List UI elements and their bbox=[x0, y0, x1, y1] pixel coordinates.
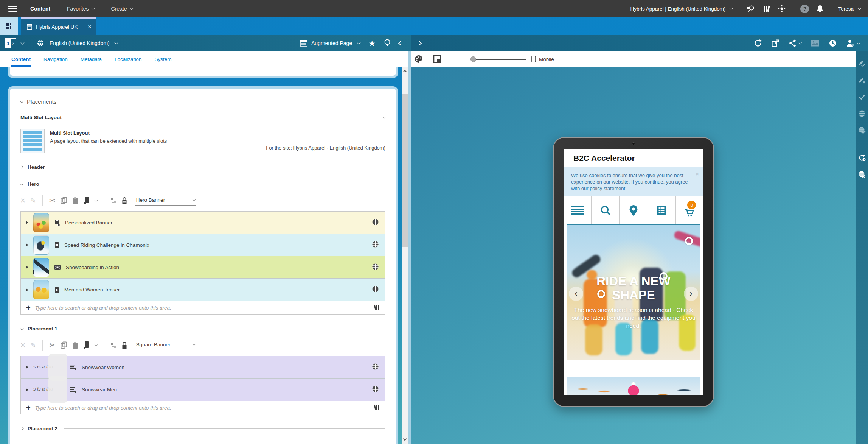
pane-divider-handle[interactable] bbox=[408, 51, 411, 444]
slider-handle[interactable] bbox=[470, 56, 476, 62]
edit-redo-icon[interactable] bbox=[858, 60, 866, 67]
edit-pencil-icon[interactable]: ✎ bbox=[30, 197, 36, 204]
slot-structure-icon[interactable] bbox=[110, 198, 116, 204]
globe-icon[interactable] bbox=[858, 110, 866, 117]
globe-approved-icon[interactable] bbox=[858, 126, 866, 134]
library-icon[interactable] bbox=[762, 5, 770, 13]
refresh-icon[interactable] bbox=[754, 39, 762, 47]
globe-remove-icon[interactable] bbox=[858, 171, 866, 178]
tab-metadata[interactable]: Metadata bbox=[80, 56, 102, 67]
chevron-down-icon[interactable] bbox=[94, 343, 97, 346]
page-type-label[interactable]: Augmented Page bbox=[311, 40, 352, 46]
expand-caret-icon[interactable] bbox=[26, 243, 28, 246]
lock-icon[interactable] bbox=[121, 197, 127, 205]
notifications-bell-icon[interactable] bbox=[816, 5, 824, 13]
expand-right-icon[interactable] bbox=[416, 41, 422, 46]
tab-navigation[interactable]: Navigation bbox=[43, 56, 68, 67]
paste-icon[interactable] bbox=[72, 341, 78, 349]
user-settings-icon[interactable] bbox=[846, 39, 860, 47]
vertical-scrollbar[interactable] bbox=[402, 67, 408, 444]
scroll-up-arrow[interactable] bbox=[402, 67, 408, 75]
lightbulb-icon[interactable] bbox=[384, 39, 391, 48]
paste-icon[interactable] bbox=[72, 197, 78, 204]
chevron-down-icon[interactable] bbox=[357, 41, 361, 45]
storefront-cart-icon[interactable]: 0 bbox=[675, 196, 703, 224]
nav-create[interactable]: Create bbox=[111, 6, 132, 12]
cut-scissors-icon[interactable]: ✂ bbox=[49, 197, 56, 204]
slot-structure-icon[interactable] bbox=[110, 342, 116, 348]
user-menu[interactable]: Teresa bbox=[838, 6, 860, 12]
placements-header[interactable]: Placements bbox=[20, 89, 385, 105]
chevron-down-icon[interactable] bbox=[94, 198, 97, 201]
scroll-down-arrow[interactable] bbox=[402, 436, 408, 443]
expand-caret-icon[interactable] bbox=[26, 266, 28, 269]
layout-frame-icon[interactable] bbox=[433, 55, 441, 63]
personalization-icon[interactable] bbox=[777, 4, 786, 13]
add-component-icon[interactable] bbox=[83, 196, 90, 205]
approve-check-icon[interactable] bbox=[858, 93, 866, 101]
nav-content[interactable]: Content bbox=[30, 6, 50, 12]
device-width-slider[interactable] bbox=[473, 59, 526, 60]
expand-caret-icon[interactable] bbox=[26, 388, 28, 391]
section-hero[interactable]: Hero bbox=[20, 181, 385, 187]
sync-icon[interactable] bbox=[858, 154, 866, 162]
copy-icon[interactable] bbox=[61, 341, 67, 349]
delete-icon[interactable]: × bbox=[20, 196, 25, 205]
expand-caret-icon[interactable] bbox=[26, 221, 28, 224]
close-tab-icon[interactable]: × bbox=[88, 23, 92, 31]
theme-palette-icon[interactable] bbox=[414, 55, 423, 64]
edit-pencil-icon[interactable]: ✎ bbox=[30, 342, 36, 349]
component-row[interactable]: Personalized Banner bbox=[21, 212, 385, 234]
lock-icon[interactable] bbox=[121, 341, 127, 349]
favorite-star-icon[interactable]: ★ bbox=[368, 39, 376, 47]
expand-caret-icon[interactable] bbox=[26, 288, 28, 291]
storefront-menu-icon[interactable] bbox=[564, 196, 591, 224]
smartedit-logo[interactable] bbox=[0, 17, 18, 35]
site-language-selector[interactable]: Hybris Apparel | English (United Kingdom… bbox=[630, 6, 733, 12]
share-icon[interactable] bbox=[789, 39, 801, 47]
storefront-search-icon[interactable] bbox=[591, 196, 619, 224]
media-icon[interactable] bbox=[811, 39, 820, 47]
section-placement2[interactable]: Placement 2 bbox=[20, 426, 385, 432]
help-icon[interactable]: ? bbox=[800, 5, 809, 13]
hero-type-dropdown[interactable]: Hero Banner bbox=[135, 196, 196, 206]
component-library-icon[interactable] bbox=[374, 304, 380, 312]
plus-icon[interactable]: + bbox=[26, 403, 31, 412]
cut-scissors-icon[interactable]: ✂ bbox=[49, 341, 56, 349]
placement1-type-dropdown[interactable]: Square Banner bbox=[135, 341, 196, 350]
tab-content[interactable]: Content bbox=[11, 56, 31, 67]
language-label[interactable]: English (United Kingdom) bbox=[50, 40, 110, 46]
history-clock-icon[interactable] bbox=[829, 39, 837, 47]
chevron-down-icon[interactable] bbox=[114, 41, 118, 45]
hero-banner[interactable]: RIDE A NEW SHAPE The new snowboard seaso… bbox=[567, 225, 700, 360]
nav-favorites[interactable]: Favorites bbox=[67, 6, 95, 12]
hero-search-input[interactable] bbox=[35, 305, 369, 311]
copy-icon[interactable] bbox=[61, 197, 67, 204]
component-row[interactable]: Snowboarding in Action bbox=[21, 256, 385, 279]
component-row[interactable]: Speed Riding Challenge in Chamonix bbox=[21, 234, 385, 256]
section-placement1[interactable]: Placement 1 bbox=[20, 326, 385, 332]
add-component-icon[interactable] bbox=[83, 341, 90, 349]
expand-caret-icon[interactable] bbox=[26, 366, 28, 369]
section-header[interactable]: Header bbox=[20, 164, 385, 170]
edit-remove-icon[interactable] bbox=[858, 76, 866, 84]
page-version-badge[interactable]: 1 2 bbox=[5, 38, 16, 48]
collapse-left-icon[interactable] bbox=[398, 41, 404, 46]
component-library-icon[interactable] bbox=[374, 404, 380, 412]
layout-select[interactable]: Multi Slot Layout bbox=[20, 115, 385, 124]
component-row[interactable]: Men and Women Teaser bbox=[21, 279, 385, 301]
hamburger-menu-icon[interactable] bbox=[8, 6, 17, 12]
tab-localization[interactable]: Localization bbox=[114, 56, 142, 67]
scrollbar-thumb[interactable] bbox=[402, 94, 408, 247]
storefront-orders-icon[interactable] bbox=[648, 196, 675, 224]
cookie-close-icon[interactable]: × bbox=[696, 170, 699, 178]
tab-system[interactable]: System bbox=[154, 56, 172, 67]
device-mode-text[interactable]: Mobile bbox=[539, 56, 554, 62]
placement1-search-input[interactable] bbox=[35, 405, 369, 411]
storefront-store-locator-icon[interactable] bbox=[619, 196, 647, 224]
open-in-new-window-icon[interactable] bbox=[771, 39, 779, 47]
tab-hybris-apparel-uk[interactable]: Hybris Apparel UK × bbox=[21, 17, 96, 35]
chevron-down-icon[interactable] bbox=[21, 41, 25, 45]
plus-icon[interactable]: + bbox=[26, 304, 31, 312]
delete-icon[interactable]: × bbox=[20, 341, 25, 349]
